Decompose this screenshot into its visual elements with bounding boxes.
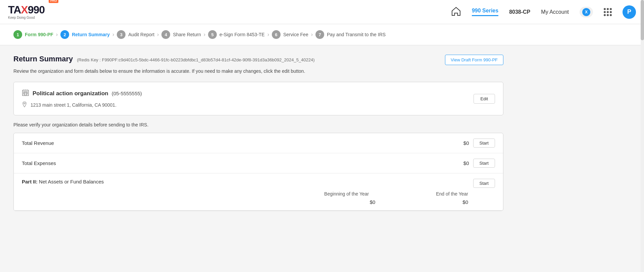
step-2[interactable]: 2 Return Summary <box>60 30 110 39</box>
org-address-row: 1213 main street 1, California, CA 90001… <box>22 101 142 108</box>
nav-my-account[interactable]: My Account <box>541 9 569 15</box>
scrollbar-track[interactable] <box>641 0 644 220</box>
title-left: Return Summary (Redis Key : F990PF:c9d40… <box>13 55 315 63</box>
step-7-label: Pay and Transmit to the IRS <box>327 32 386 37</box>
scrollbar-thumb[interactable] <box>641 0 644 40</box>
total-expenses-label: Total Expenses <box>22 160 56 166</box>
steps-bar: 1 Form 990-PF › 2 Return Summary › 3 Aud… <box>0 24 644 45</box>
step-7[interactable]: 7 Pay and Transmit to the IRS <box>315 30 386 39</box>
org-building-icon <box>22 89 29 98</box>
theme-toggle[interactable]: X <box>580 7 593 17</box>
org-info: Political action organization (05-555555… <box>22 89 142 108</box>
logo-text: TAX990 <box>8 4 47 16</box>
part2-label-rest: Net Assets or Fund Balances <box>38 179 104 184</box>
header: TAX990 PRO Keep Doing Good 990 Series 80… <box>0 0 644 24</box>
user-avatar[interactable]: P <box>623 5 636 19</box>
edit-org-button[interactable]: Edit <box>474 94 495 104</box>
home-icon[interactable] <box>451 6 461 17</box>
step-arrow-1: › <box>53 32 60 38</box>
nav-8038cp[interactable]: 8038-CP <box>509 9 530 15</box>
org-address: 1213 main street 1, California, CA 90001… <box>31 102 116 108</box>
svg-rect-5 <box>27 93 28 94</box>
nav-990-series[interactable]: 990 Series <box>472 8 498 16</box>
part2-row: Part II: Net Assets or Fund Balances Sta… <box>14 173 503 211</box>
apps-grid-icon[interactable] <box>604 8 612 16</box>
step-6-label: Service Fee <box>283 32 308 37</box>
part2-start-button[interactable]: Start <box>473 179 495 188</box>
page-title: Return Summary <box>13 55 73 63</box>
total-expenses-start-button[interactable]: Start <box>473 159 495 168</box>
toggle-x-icon: X <box>582 8 590 16</box>
pro-badge: PRO <box>49 0 59 3</box>
part2-value1: $0 <box>370 199 376 205</box>
step-4-circle: 4 <box>161 30 170 39</box>
header-nav: 990 Series 8038-CP My Account X P <box>451 5 636 19</box>
redis-key: (Redis Key : F990PF:c9d401c5-5bdc-4466-9… <box>77 57 314 62</box>
step-2-label: Return Summary <box>72 32 110 37</box>
step-6-circle: 6 <box>272 30 281 39</box>
org-name: Political action organization <box>33 90 108 97</box>
step-1-label: Form 990-PF <box>25 32 53 37</box>
total-revenue-row: Total Revenue $0 Start <box>14 133 503 153</box>
svg-rect-2 <box>25 92 26 93</box>
part2-label: Part II: Net Assets or Fund Balances <box>22 179 104 184</box>
part2-value2: $0 <box>462 199 468 205</box>
svg-rect-4 <box>23 93 24 94</box>
org-card: Political action organization (05-555555… <box>13 82 503 115</box>
total-expenses-row: Total Expenses $0 Start <box>14 153 503 173</box>
org-name-row: Political action organization (05-555555… <box>22 89 142 98</box>
step-6[interactable]: 6 Service Fee <box>272 30 308 39</box>
total-revenue-start-button[interactable]: Start <box>473 139 495 148</box>
step-5-label: e-Sign Form 8453-TE <box>219 32 265 37</box>
total-revenue-value: $0 <box>463 140 469 146</box>
total-revenue-right: $0 Start <box>463 139 495 148</box>
step-5-circle: 5 <box>208 30 217 39</box>
step-3-label: Audit Report <box>128 32 154 37</box>
step-4-label: Share Return <box>173 32 201 37</box>
step-7-circle: 7 <box>315 30 324 39</box>
step-1-circle: 1 <box>13 30 22 39</box>
svg-rect-1 <box>23 92 24 93</box>
total-expenses-right: $0 Start <box>463 159 495 168</box>
part2-label-bold: Part II: <box>22 179 38 184</box>
step-4[interactable]: 4 Share Return <box>161 30 201 39</box>
svg-rect-0 <box>22 90 29 96</box>
step-2-circle: 2 <box>60 30 69 39</box>
step-5[interactable]: 5 e-Sign Form 8453-TE <box>208 30 265 39</box>
svg-rect-3 <box>27 92 28 93</box>
org-ein: (05-5555555) <box>112 91 142 96</box>
title-row: Return Summary (Redis Key : F990PF:c9d40… <box>13 55 503 65</box>
total-revenue-label: Total Revenue <box>22 140 54 146</box>
step-arrow-6: › <box>308 32 315 38</box>
subtitle-text: Review the organization and form details… <box>13 68 503 74</box>
logo: TAX990 PRO Keep Doing Good <box>8 4 58 19</box>
step-3[interactable]: 3 Audit Report <box>117 30 154 39</box>
verify-text: Please verify your organization details … <box>13 122 503 127</box>
part2-col1-header: Beginning of the Year <box>324 191 369 197</box>
step-arrow-2: › <box>110 32 117 38</box>
main-content: Return Summary (Redis Key : F990PF:c9d40… <box>0 45 517 220</box>
logo-tagline: Keep Doing Good <box>8 16 35 19</box>
total-expenses-value: $0 <box>463 160 469 166</box>
step-arrow-3: › <box>154 32 161 38</box>
summary-table: Total Revenue $0 Start Total Expenses $0… <box>13 133 503 211</box>
view-draft-button[interactable]: View Draft Form 990-PF <box>445 55 503 65</box>
step-arrow-4: › <box>201 32 208 38</box>
step-1[interactable]: 1 Form 990-PF <box>13 30 53 39</box>
step-3-circle: 3 <box>117 30 126 39</box>
location-icon <box>22 101 27 108</box>
step-arrow-5: › <box>265 32 272 38</box>
part2-col2-header: End of the Year <box>436 191 468 197</box>
